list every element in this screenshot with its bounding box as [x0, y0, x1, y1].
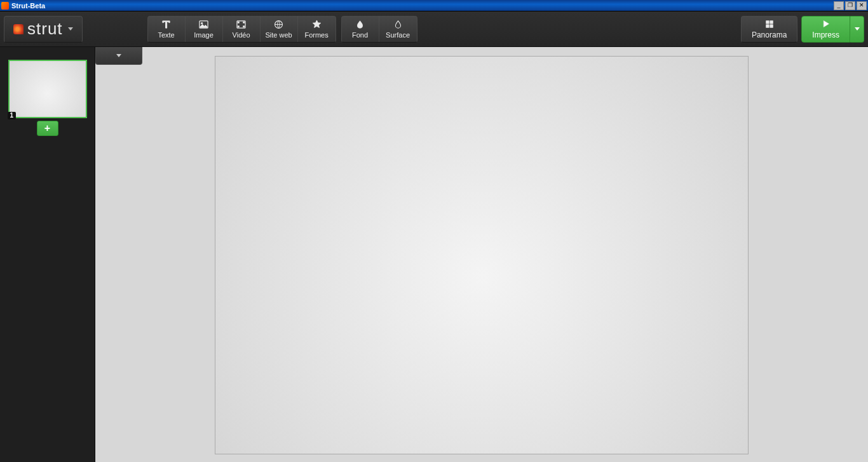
logo-menu-button[interactable]: strut	[4, 16, 83, 43]
window-titlebar: Strut-Beta _ ❐ ✕	[0, 0, 868, 11]
slide-number: 1	[8, 112, 17, 119]
svg-rect-10	[766, 24, 768, 27]
add-slide-button[interactable]: +	[37, 121, 58, 136]
svg-rect-3	[238, 22, 239, 23]
close-button[interactable]: ✕	[857, 1, 867, 10]
panorama-button[interactable]: Panorama	[741, 16, 797, 43]
video-icon	[236, 20, 247, 30]
editor-area	[95, 47, 868, 462]
minimize-button[interactable]: _	[834, 1, 844, 10]
app-icon	[1, 2, 9, 10]
insert-web-button[interactable]: Site web	[261, 17, 298, 42]
svg-point-1	[201, 22, 203, 24]
drop-icon	[355, 20, 365, 30]
insert-web-label: Site web	[265, 31, 292, 39]
plus-icon: +	[44, 123, 50, 134]
svg-rect-9	[770, 20, 773, 23]
insert-shapes-button[interactable]: Formes	[298, 17, 336, 42]
background-label: Fond	[352, 31, 368, 39]
window-title: Strut-Beta	[11, 2, 45, 10]
insert-video-label: Vidéo	[233, 31, 250, 39]
image-icon	[199, 20, 209, 30]
star-icon	[311, 20, 322, 30]
panorama-label: Panorama	[752, 31, 787, 39]
insert-toolgroup: Texte Image Vidéo Site web Formes	[147, 16, 336, 43]
svg-rect-8	[766, 20, 768, 23]
slide-thumbnail[interactable]: 1	[8, 60, 87, 118]
surface-button[interactable]: Surface	[379, 17, 417, 42]
maximize-button[interactable]: ❐	[845, 1, 855, 10]
chevron-down-icon	[116, 54, 121, 57]
svg-rect-6	[243, 26, 245, 27]
logo-icon	[13, 24, 24, 34]
impress-button[interactable]: Impress	[801, 16, 850, 43]
chevron-down-icon	[855, 27, 860, 31]
canvas-options-dropdown[interactable]	[95, 47, 142, 65]
drop-icon	[393, 20, 403, 30]
text-icon	[161, 20, 172, 30]
impress-label: Impress	[812, 31, 839, 39]
insert-image-button[interactable]: Image	[186, 17, 223, 42]
insert-video-button[interactable]: Vidéo	[223, 17, 261, 42]
insert-text-label: Texte	[158, 31, 174, 39]
insert-image-label: Image	[194, 31, 214, 39]
main-toolbar: strut Texte Image Vidéo Site web	[0, 11, 868, 47]
svg-rect-11	[770, 24, 773, 27]
grid-icon	[764, 19, 775, 29]
svg-rect-5	[238, 26, 239, 27]
logo-text: strut	[27, 19, 63, 39]
slide-canvas[interactable]	[215, 56, 749, 454]
globe-icon	[274, 20, 284, 30]
impress-dropdown-button[interactable]	[850, 16, 864, 43]
insert-text-button[interactable]: Texte	[148, 17, 186, 42]
chevron-down-icon	[68, 27, 73, 31]
slides-sidebar: 1 +	[0, 47, 95, 462]
play-icon	[821, 19, 831, 29]
background-button[interactable]: Fond	[342, 17, 379, 42]
insert-shapes-label: Formes	[304, 31, 328, 39]
surface-label: Surface	[386, 31, 410, 39]
svg-rect-4	[243, 22, 245, 23]
style-toolgroup: Fond Surface	[341, 16, 417, 43]
